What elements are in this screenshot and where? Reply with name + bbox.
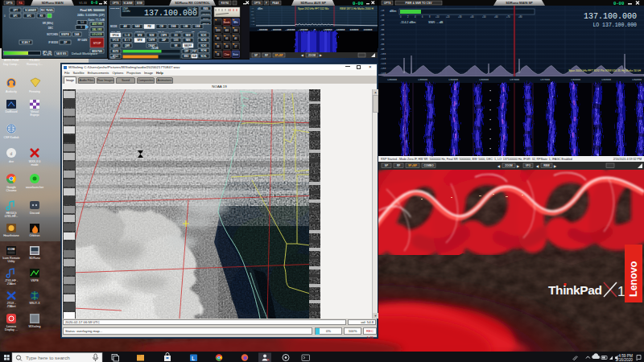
svg-text:Span 192 kHz FFT 512 Mo: Span 192 kHz FFT 512 Mo xyxy=(298,7,328,10)
svg-text:+80: +80 xyxy=(518,15,522,19)
svg-text:F: F xyxy=(266,2,267,5)
svg-text:+70: +70 xyxy=(506,15,510,19)
svg-text:Span 3000 kHz FFT 8192 Pts: Span 3000 kHz FFT 8192 Pts RBW 610.35 Hz… xyxy=(568,69,641,72)
svg-text:-80: -80 xyxy=(250,14,254,16)
svg-text:NCH1: NCH1 xyxy=(200,34,207,37)
svg-text:-40: -40 xyxy=(250,7,254,10)
svg-text:JTAlert: JTAlert xyxy=(6,305,15,308)
svg-text:NCHL: NCHL xyxy=(200,55,207,58)
svg-text:MED: MED xyxy=(184,55,189,58)
svg-text:PWR & SNR TO CSV: PWR & SNR TO CSV xyxy=(406,2,433,5)
svg-text:SHOT: SHOT xyxy=(203,18,208,20)
svg-text:ZOOM: ZOOM xyxy=(505,164,513,167)
svg-text:WFM: WFM xyxy=(137,39,142,42)
svg-text:SR (MHz): SR (MHz) xyxy=(43,22,53,25)
svg-text:137.100.000: 137.100.000 xyxy=(144,9,197,18)
svg-text:137000: 137000 xyxy=(510,78,519,81)
svg-text:40000: 40000 xyxy=(336,28,345,31)
svg-text:ARRL Field: ARRL Field xyxy=(4,59,19,62)
svg-text:mode: mode xyxy=(31,163,39,167)
svg-text:-40000: -40000 xyxy=(285,28,295,31)
svg-text:Chrome: Chrome xyxy=(6,189,17,192)
svg-text:Clear: Clear xyxy=(225,53,230,56)
svg-text:◀: ◀ xyxy=(300,54,303,57)
svg-text:QMS: QMS xyxy=(114,44,118,47)
svg-text:SP+WF: SP+WF xyxy=(275,54,283,57)
svg-text:136000: 136000 xyxy=(448,78,458,81)
svg-text:RBW: RBW xyxy=(543,164,550,167)
svg-text:RF GAIN: RF GAIN xyxy=(78,39,88,42)
svg-text:SCAN-T: SCAN-T xyxy=(22,41,31,44)
svg-text:MHz: MHz xyxy=(233,21,238,24)
svg-text:1: 1 xyxy=(617,284,625,299)
svg-text:wavelauncher: wavelauncher xyxy=(26,186,44,189)
svg-text:-74 dB: -74 dB xyxy=(151,47,159,50)
svg-text:SLW: SLW xyxy=(192,55,197,58)
svg-text:-30: -30 xyxy=(380,19,385,22)
svg-text:+30: +30 xyxy=(458,15,462,19)
svg-text:NOM: NOM xyxy=(149,34,154,37)
svg-text:-80: -80 xyxy=(380,43,385,46)
svg-text:ADJ SAT: ADJ SAT xyxy=(201,13,210,15)
svg-text:0-00: 0-00 xyxy=(353,1,363,6)
svg-text:0785-HF...: 0785-HF... xyxy=(5,215,19,218)
svg-text:JTAlert: JTAlert xyxy=(6,282,15,286)
svg-text:DEL VRX: DEL VRX xyxy=(92,28,101,31)
svg-text:MW/FM: MW/FM xyxy=(61,33,69,36)
svg-text:135000: 135000 xyxy=(387,78,397,81)
svg-text:Type here to search: Type here to search xyxy=(26,355,70,360)
svg-text:▶: ▶ xyxy=(319,54,322,57)
svg-text:FM MODE: FM MODE xyxy=(135,31,145,33)
svg-text:0: 0 xyxy=(314,28,316,31)
svg-text:-120: -120 xyxy=(250,20,255,23)
svg-text:Firewing: Firewing xyxy=(29,90,40,93)
svg-text:NBN: NBN xyxy=(186,39,191,42)
svg-text:VOL: VOL xyxy=(110,56,115,60)
svg-text:136500: 136500 xyxy=(479,78,489,81)
svg-text:NR: NR xyxy=(175,44,178,47)
svg-text:SDRuno RX CONTROL: SDRuno RX CONTROL xyxy=(175,1,210,5)
svg-text:VFO: VFO xyxy=(526,164,531,167)
svg-text:RBW 187.5 Hz Marks 2000 H: RBW 187.5 Hz Marks 2000 H xyxy=(340,7,374,10)
svg-text:NOTCH: NOTCH xyxy=(200,31,207,33)
svg-text:1200: 1200 xyxy=(216,29,221,32)
svg-text:SP1: SP1 xyxy=(13,14,18,18)
svg-text:138000: 138000 xyxy=(571,78,580,81)
svg-text:DDM 50Ω: DDM 50Ω xyxy=(110,7,119,10)
svg-text:Audacity: Audacity xyxy=(6,90,17,93)
svg-text:NCH4: NCH4 xyxy=(200,49,207,52)
svg-text:0-0: 0-0 xyxy=(91,1,98,5)
svg-text:RSYN1: RSYN1 xyxy=(221,2,229,5)
svg-text:Espejo: Espejo xyxy=(31,113,39,117)
svg-text:-114.3 dBm: -114.3 dBm xyxy=(187,7,197,10)
svg-text:USB: USB xyxy=(196,25,200,28)
svg-text:CWPK: CWPK xyxy=(161,34,167,37)
svg-text:ICOM: ICOM xyxy=(8,248,15,251)
svg-text:+10: +10 xyxy=(436,15,440,19)
svg-text:138500: 138500 xyxy=(601,78,611,81)
svg-text:-40: -40 xyxy=(380,24,385,27)
svg-text:DAB: DAB xyxy=(74,33,79,36)
svg-text:FILTER: FILTER xyxy=(175,31,182,33)
svg-text:Enter: Enter xyxy=(233,53,238,56)
svg-text:MUTE: MUTE xyxy=(113,50,119,53)
svg-text:60000: 60000 xyxy=(350,28,359,31)
svg-text:NBW: NBW xyxy=(185,34,191,37)
svg-text:IF MODE: IF MODE xyxy=(48,41,58,44)
svg-text:RSP Started - Mode Zero-IF, HW: RSP Started - Mode Zero-IF, HW SR: 50000… xyxy=(381,158,572,161)
svg-text:SP: SP xyxy=(254,54,258,57)
svg-text:SAVE WS: SAVE WS xyxy=(56,52,67,56)
svg-text:SNR: -- dB: SNR: -- dB xyxy=(428,21,444,24)
svg-text:139000: 139000 xyxy=(632,78,642,81)
svg-text:FS-BK1: FS-BK1 xyxy=(30,59,40,62)
svg-text:137500: 137500 xyxy=(540,78,550,81)
svg-text:STOP: STOP xyxy=(93,42,101,45)
svg-text:dBm: dBm xyxy=(390,9,397,13)
svg-text:LO 137.100.000: LO 137.100.000 xyxy=(592,23,637,28)
svg-text:SCANNER: SCANNER xyxy=(25,9,36,12)
svg-text:CSF Kodiak: CSF Kodiak xyxy=(3,136,19,139)
svg-text:Lenovo: Lenovo xyxy=(628,261,639,297)
svg-text:FST: FST xyxy=(192,50,196,53)
svg-text:1200: 1200 xyxy=(174,39,179,42)
svg-text:NFM: NFM xyxy=(138,34,142,37)
